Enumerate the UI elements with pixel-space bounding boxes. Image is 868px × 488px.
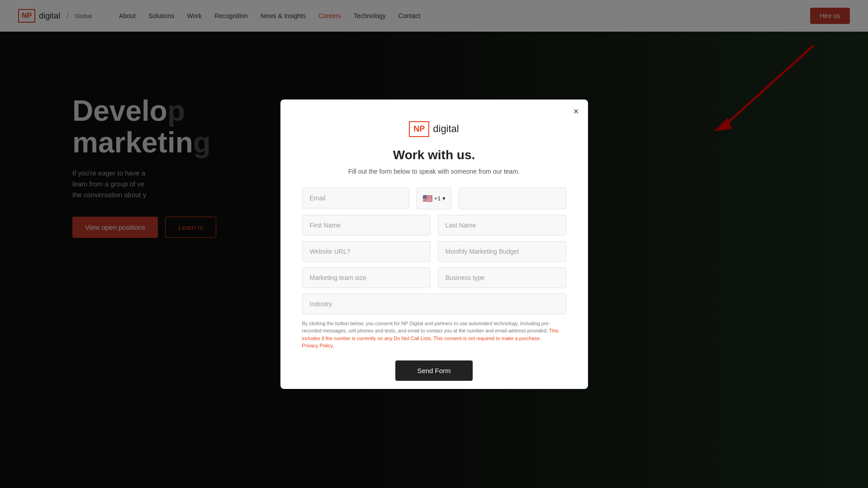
first-name-field — [302, 215, 431, 236]
website-field — [302, 241, 431, 262]
budget-input[interactable] — [438, 241, 566, 262]
industry-row — [302, 294, 566, 314]
team-size-input[interactable] — [302, 267, 431, 288]
name-row — [302, 215, 566, 236]
budget-field — [438, 241, 566, 262]
country-code-selector[interactable]: 🇺🇸 +1 ▾ — [417, 188, 452, 209]
business-type-input[interactable] — [438, 267, 566, 288]
last-name-input[interactable] — [438, 215, 566, 236]
modal-overlay: × NP digital Work with us. Fill out the … — [0, 0, 868, 488]
modal-subtitle: Fill out the form below to speak with so… — [302, 168, 566, 175]
flag-us-icon: 🇺🇸 — [422, 194, 432, 204]
phone-input[interactable] — [459, 188, 566, 209]
first-name-input[interactable] — [302, 215, 431, 236]
contact-form: 🇺🇸 +1 ▾ — [302, 188, 566, 381]
team-size-field — [302, 267, 431, 288]
modal-dialog: × NP digital Work with us. Fill out the … — [280, 99, 588, 389]
privacy-link[interactable]: Privacy Policy. — [302, 343, 334, 348]
modal-close-button[interactable]: × — [574, 107, 579, 116]
industry-field — [302, 294, 566, 314]
industry-input[interactable] — [302, 294, 566, 314]
modal-title: Work with us. — [302, 148, 566, 162]
team-business-row — [302, 267, 566, 288]
consent-text: By clicking the button below, you consen… — [302, 320, 566, 350]
email-field-wrap — [302, 188, 409, 209]
phone-number-field — [459, 188, 566, 209]
last-name-field — [438, 215, 566, 236]
modal-logo-digital: digital — [433, 123, 459, 135]
modal-logo-np: NP — [409, 121, 429, 137]
modal-logo: NP digital — [302, 121, 566, 137]
dropdown-icon: ▾ — [442, 195, 446, 202]
business-type-field — [438, 267, 566, 288]
website-budget-row — [302, 241, 566, 262]
website-input[interactable] — [302, 241, 431, 262]
country-code-label: +1 — [434, 195, 441, 202]
send-form-button[interactable]: Send Form — [395, 360, 472, 381]
email-input[interactable] — [302, 188, 409, 208]
email-phone-row: 🇺🇸 +1 ▾ — [302, 188, 566, 209]
consent-body: By clicking the button below, you consen… — [302, 321, 550, 334]
